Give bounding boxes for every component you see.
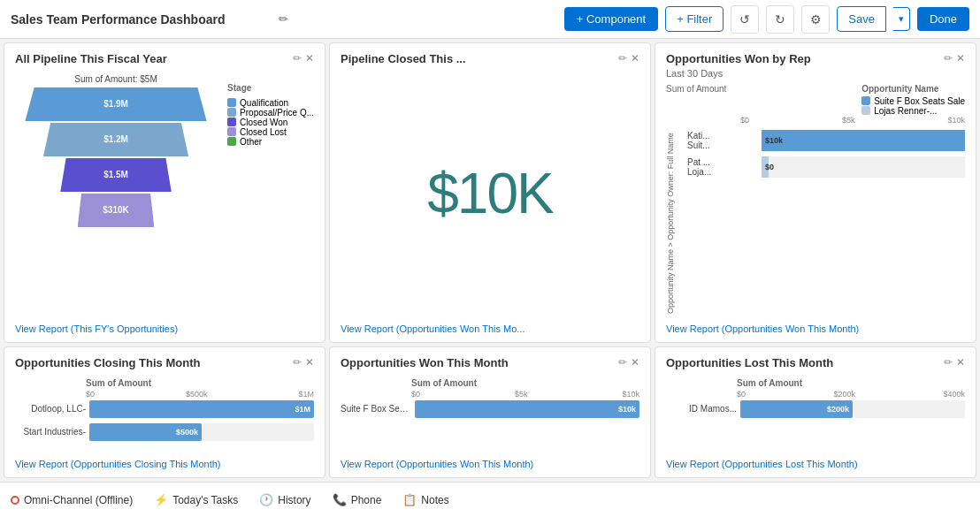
phone-label: Phone bbox=[351, 494, 382, 506]
lost-axis-tick: $200k bbox=[833, 390, 855, 399]
opp-won-rep-view-report[interactable]: View Report (Opportunities Won This Mont… bbox=[666, 323, 859, 334]
funnel-segment-0: $1.9M bbox=[25, 87, 206, 121]
settings-icon: ⚙ bbox=[810, 12, 822, 27]
component-button[interactable]: + Component bbox=[564, 7, 658, 31]
won-bar-row-1: Pat ... Loja... $0 bbox=[687, 156, 965, 178]
won-legend-item-0: Suite F Box Seats Sale bbox=[861, 96, 965, 106]
pipeline-closed-title: Pipeline Closed This ... bbox=[341, 52, 466, 67]
closing-bars: Dotloop, LLC- $1M Start Industries- $500… bbox=[15, 400, 314, 446]
opp-closing-widget: Opportunities Closing This Month ✏ ✕ Sum… bbox=[4, 346, 325, 478]
bar-chart-closing: Sum of Amount$0$500k$1M Dotloop, LLC- $1… bbox=[15, 378, 314, 452]
legend-item-3: Closed Lost bbox=[227, 127, 314, 137]
funnel-segment-1: $1.2M bbox=[43, 123, 188, 156]
widget-header-4: Opportunities Closing This Month ✏ ✕ bbox=[15, 356, 314, 371]
lightning-icon: ⚡ bbox=[154, 493, 168, 506]
lost-axis-tick: $400k bbox=[943, 390, 965, 399]
notes-item[interactable]: 📋 Notes bbox=[402, 493, 448, 506]
won-bar-fill-1: $0 bbox=[762, 156, 769, 178]
lost-axis-tick: $0 bbox=[737, 390, 746, 399]
opp-won-rep-title: Opportunities Won by Rep bbox=[666, 52, 811, 65]
won-legend-item-1: Lojas Renner-... bbox=[861, 106, 965, 116]
close-widget-icon[interactable]: ✕ bbox=[305, 52, 314, 65]
legend-item-2: Closed Won bbox=[227, 118, 314, 127]
omni-dot-icon bbox=[11, 496, 19, 505]
close-widget-icon-6[interactable]: ✕ bbox=[956, 356, 965, 369]
bar-fill-0: $10k bbox=[415, 400, 639, 418]
pipeline-closed-view-report[interactable]: View Report (Opportunities Won This Mo..… bbox=[341, 323, 524, 334]
save-button[interactable]: Save bbox=[837, 6, 886, 32]
phone-item[interactable]: 📞 Phone bbox=[333, 493, 382, 506]
bar-row-0: Suite F Box Seats... $10k bbox=[341, 400, 639, 418]
widget-header-5: Opportunities Won This Month ✏ ✕ bbox=[341, 356, 639, 371]
funnel-chart: Sum of Amount: $5M $1.9M$1.2M$1.5M$310K bbox=[15, 74, 217, 227]
close-widget-icon-5[interactable]: ✕ bbox=[631, 356, 639, 369]
opp-won-month-widget: Opportunities Won This Month ✏ ✕ Sum of … bbox=[329, 346, 651, 478]
won-bar-row-0: Kati... Suit... $10k bbox=[687, 130, 965, 151]
opp-won-rep-subtitle: Last 30 Days bbox=[666, 68, 811, 79]
close-widget-icon-3[interactable]: ✕ bbox=[956, 52, 965, 65]
won-rows: Kati... Suit... $10k Pat ... Loja... $0 bbox=[687, 130, 965, 317]
edit-widget-icon-4[interactable]: ✏ bbox=[293, 356, 302, 369]
edit-icon[interactable]: ✏ bbox=[279, 12, 288, 26]
settings-button[interactable]: ⚙ bbox=[801, 5, 830, 34]
won-month-axis-tick: $10k bbox=[622, 390, 639, 399]
widget-footer-6: View Report (Opportunities Lost This Mon… bbox=[666, 452, 965, 470]
edit-widget-icon-5[interactable]: ✏ bbox=[618, 356, 627, 369]
done-button[interactable]: Done bbox=[917, 7, 969, 31]
won-name-cols-1: Pat ... Loja... bbox=[687, 157, 758, 177]
bar-track-0: $10k bbox=[415, 400, 639, 418]
won-bar-fill-0: $10k bbox=[762, 130, 965, 151]
filter-button[interactable]: + Filter bbox=[665, 6, 724, 32]
widget-actions-4: ✏ ✕ bbox=[293, 356, 314, 369]
funnel-sum-label: Sum of Amount: $5M bbox=[74, 74, 157, 84]
edit-widget-icon-6[interactable]: ✏ bbox=[944, 356, 953, 369]
won-axis-tick: $5k bbox=[842, 116, 855, 125]
pipeline-fiscal-title: All Pipeline This Fiscal Year bbox=[15, 52, 167, 67]
won-month-axis-label: Sum of Amount bbox=[341, 378, 639, 388]
lost-axis: $0$200k$400k bbox=[666, 390, 965, 399]
closing-axis-tick: $500k bbox=[186, 390, 208, 399]
opp-closing-title: Opportunities Closing This Month bbox=[15, 356, 200, 371]
legend-item-1: Proposal/Price Q... bbox=[227, 108, 314, 118]
won-legend: Opportunity Name Suite F Box Seats SaleL… bbox=[861, 84, 965, 116]
edit-widget-icon[interactable]: ✏ bbox=[293, 52, 302, 65]
clock-icon: 🕐 bbox=[259, 493, 273, 506]
history-item[interactable]: 🕐 History bbox=[259, 493, 310, 506]
widget-footer-4: View Report (Opportunities Closing This … bbox=[15, 452, 314, 470]
bar-chart-won-month: Sum of Amount$0$5k$10k Suite F Box Seats… bbox=[341, 378, 639, 452]
widget-actions-5: ✏ ✕ bbox=[618, 356, 639, 369]
bar-label-0: ID Mamos... bbox=[666, 404, 737, 414]
bar-track-1: $500k bbox=[89, 423, 314, 441]
bar-label-0: Suite F Box Seats... bbox=[341, 404, 411, 414]
edit-widget-icon-3[interactable]: ✏ bbox=[944, 52, 953, 65]
opp-lost-widget: Opportunities Lost This Month ✏ ✕ Sum of… bbox=[655, 346, 976, 478]
undo-button[interactable]: ↺ bbox=[731, 5, 759, 34]
widget-actions-6: ✏ ✕ bbox=[944, 356, 965, 369]
opp-won-month-view-report[interactable]: View Report (Opportunities Won This Mont… bbox=[341, 459, 533, 469]
won-axis-tick: $0 bbox=[740, 116, 749, 125]
close-widget-icon-4[interactable]: ✕ bbox=[305, 356, 314, 369]
widget-actions-2: ✏ ✕ bbox=[618, 52, 639, 65]
opp-won-rep-widget: Opportunities Won by Rep Last 30 Days ✏ … bbox=[655, 42, 976, 343]
todays-tasks-item[interactable]: ⚡ Today's Tasks bbox=[154, 493, 238, 506]
redo-button[interactable]: ↻ bbox=[766, 5, 794, 34]
won-axis-ticks: $0$5k$10k bbox=[666, 116, 965, 125]
omni-channel-item[interactable]: Omni-Channel (Offline) bbox=[11, 494, 133, 506]
won-legend-items: Suite F Box Seats SaleLojas Renner-... bbox=[861, 96, 965, 116]
opp-lost-view-report[interactable]: View Report (Opportunities Lost This Mon… bbox=[666, 459, 858, 469]
funnel-container: Sum of Amount: $5M $1.9M$1.2M$1.5M$310K … bbox=[15, 74, 314, 317]
won-month-axis-tick: $0 bbox=[411, 390, 420, 399]
opp-closing-view-report[interactable]: View Report (Opportunities Closing This … bbox=[15, 459, 221, 469]
won-axis-tick: $10k bbox=[947, 116, 965, 125]
undo-icon: ↺ bbox=[739, 12, 750, 27]
dashboard-title: Sales Team Performance Dashboard bbox=[11, 12, 272, 27]
edit-widget-icon-2[interactable]: ✏ bbox=[618, 52, 627, 65]
won-month-bars: Suite F Box Seats... $10k bbox=[341, 400, 639, 423]
closing-axis-tick: $0 bbox=[86, 390, 95, 399]
pipeline-fiscal-view-report[interactable]: View Report (This FY's Opportunities) bbox=[15, 323, 178, 334]
closing-axis-label: Sum of Amount bbox=[15, 378, 314, 388]
redo-icon: ↻ bbox=[775, 12, 785, 27]
close-widget-icon-2[interactable]: ✕ bbox=[631, 52, 639, 65]
funnel-segment-2: $1.5M bbox=[60, 158, 171, 192]
save-dropdown-button[interactable]: ▾ bbox=[893, 7, 910, 31]
